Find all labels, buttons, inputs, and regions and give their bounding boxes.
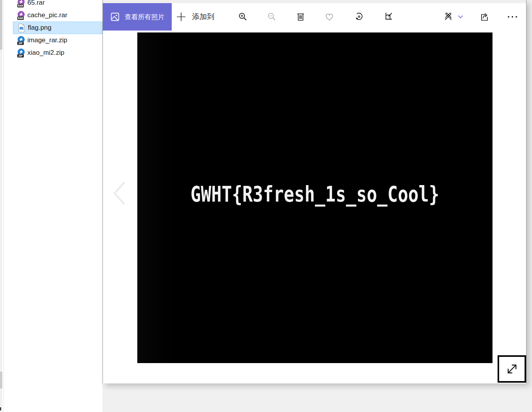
list-item[interactable]: RAR cache_pic.rar [13,9,102,22]
svg-text:RAR: RAR [18,16,23,19]
fullscreen-button[interactable] [498,355,526,383]
file-name: cache_pic.rar [27,11,67,19]
photo-viewer: GWHT{R3fresh_1s_so_Cool} [103,31,526,383]
magnifier-minus-icon [267,12,277,22]
file-name: 65.rar [27,0,45,7]
see-all-photos-button[interactable]: 查看所有照片 [103,3,172,31]
svg-text:ZIP: ZIP [18,54,23,57]
file-name: image_rar.zip [27,36,67,44]
previous-photo-button[interactable] [111,181,127,206]
file-explorer-panel: RAR 65.rar RAR cache_pic.rar flag.p [2,0,102,412]
zip-file-icon: ZIP [17,36,25,45]
more-button[interactable] [503,3,522,31]
rotate-arrow-icon [354,12,364,22]
add-to-label: 添加到 [192,12,214,22]
svg-text:ZIP: ZIP [18,41,23,44]
rar-file-icon: RAR [17,0,25,7]
file-name: flag.png [28,24,52,32]
favorite-button[interactable] [320,3,339,31]
photos-app-window: 查看所有照片 添加到 [102,0,527,383]
list-item-selected[interactable]: flag.png [13,22,102,34]
photos-toolbar: 查看所有照片 添加到 [103,3,526,31]
png-file-icon [18,23,25,32]
zip-file-icon: ZIP [17,49,25,58]
ellipsis-icon [507,15,518,18]
rar-file-icon: RAR [17,11,25,20]
zoom-out-button[interactable] [262,3,281,31]
crop-button[interactable] [378,3,397,31]
desktop: RAR 65.rar RAR cache_pic.rar flag.p [0,0,532,412]
crop-icon [383,13,392,22]
rotate-button[interactable] [350,3,368,31]
heart-icon [324,12,334,22]
edit-create-dropdown[interactable] [453,3,467,31]
file-name: xiao_mi2.zip [27,49,65,57]
list-item[interactable]: RAR 65.rar [13,0,102,9]
window-edge-fragment [0,407,1,410]
svg-text:RAR: RAR [18,4,23,7]
plus-icon [176,11,187,22]
list-item[interactable]: ZIP image_rar.zip [13,34,102,47]
delete-button[interactable] [291,3,310,31]
chevron-left-icon [112,181,127,206]
share-button[interactable] [475,3,494,31]
see-all-photos-label: 查看所有照片 [125,13,165,22]
trash-icon [296,12,305,22]
panel-divider [4,0,4,412]
photo-icon [110,12,120,22]
magnifier-plus-icon [238,12,248,22]
titlebar-strip [103,0,526,3]
flag-text: GWHT{R3fresh_1s_so_Cool} [173,182,457,206]
pencil-brush-icon [443,12,453,22]
share-arrow-icon [480,12,489,22]
chevron-down-icon [457,14,464,19]
diagonal-resize-icon [505,362,519,376]
add-to-button[interactable]: 添加到 [176,3,214,31]
zoom-in-button[interactable] [234,3,252,31]
photo-image: GWHT{R3fresh_1s_so_Cool} [137,32,492,363]
list-item[interactable]: ZIP xiao_mi2.zip [13,47,102,59]
